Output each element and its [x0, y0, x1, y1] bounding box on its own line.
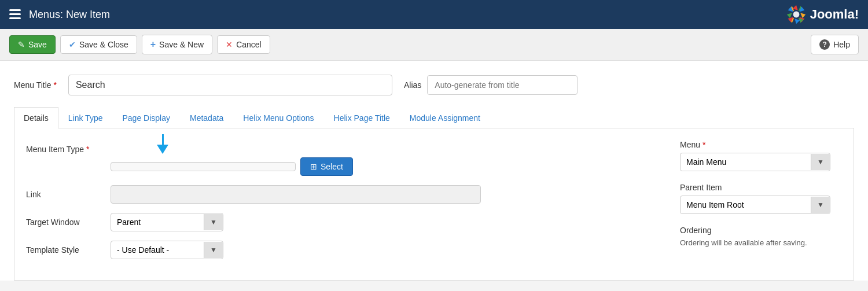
- tab-metadata[interactable]: Metadata: [180, 107, 233, 128]
- menu-title-row: Menu Title * Alias: [14, 75, 854, 95]
- menu-right-label: Menu *: [680, 140, 842, 149]
- joomla-logo: Joomla!: [786, 4, 859, 25]
- tab-bar: Details Link Type Page Display Metadata …: [14, 107, 854, 128]
- ordering-field: Ordering Ordering will be available afte…: [680, 226, 842, 247]
- arrow-head: [157, 145, 168, 154]
- link-row: Link: [26, 185, 657, 204]
- help-label: Help: [833, 40, 850, 49]
- arrow-indicator: [157, 134, 168, 154]
- target-window-select[interactable]: Parent New Window Popup Window Modal: [111, 213, 204, 231]
- save-new-label: Save & New: [159, 40, 204, 49]
- cancel-button[interactable]: Cancel: [217, 35, 270, 54]
- arrow-line: [162, 134, 164, 145]
- template-style-control: - Use Default - Style 1 Style 2 ▼: [111, 241, 657, 259]
- parent-item-field: Parent Item Menu Item Root Home About ▼: [680, 183, 842, 214]
- cancel-icon: [226, 40, 233, 49]
- tab-helix-page-title[interactable]: Helix Page Title: [324, 107, 400, 128]
- hamburger-icon[interactable]: [9, 9, 21, 20]
- alias-input[interactable]: [427, 75, 578, 95]
- parent-item-select[interactable]: Menu Item Root Home About: [681, 196, 811, 213]
- target-window-row: Target Window Parent New Window Popup Wi…: [26, 213, 657, 231]
- save-label: Save: [28, 40, 47, 49]
- menu-select-caret[interactable]: ▼: [811, 154, 830, 170]
- two-column-layout: Menu Item Type * Select: [26, 140, 842, 268]
- link-control: [111, 185, 657, 204]
- menu-title-label: Menu Title *: [14, 80, 57, 90]
- target-window-control: Parent New Window Popup Window Modal ▼: [111, 213, 657, 231]
- tab-page-display[interactable]: Page Display: [112, 107, 180, 128]
- tab-module-assignment[interactable]: Module Assignment: [400, 107, 490, 128]
- save-new-button[interactable]: Save & New: [142, 35, 212, 54]
- select-button[interactable]: Select: [300, 157, 353, 176]
- menu-field: Menu * Main Menu Top Menu Footer Menu ▼: [680, 140, 842, 171]
- toolbar-right: ? Help: [811, 35, 859, 54]
- tab-helix-menu-options[interactable]: Helix Menu Options: [233, 107, 323, 128]
- toolbar-left: Save Save & Close Save & New Cancel: [9, 35, 270, 54]
- link-input: [111, 185, 481, 204]
- tab-content-details: Menu Item Type * Select: [14, 128, 854, 281]
- save-icon: [18, 40, 25, 49]
- page-title: Menus: New Item: [29, 9, 110, 21]
- select-label: Select: [321, 162, 343, 171]
- cancel-label: Cancel: [236, 40, 262, 49]
- menu-select-wrap: Main Menu Top Menu Footer Menu ▼: [680, 153, 830, 171]
- menu-select[interactable]: Main Menu Top Menu Footer Menu: [681, 153, 811, 171]
- save-close-label: Save & Close: [79, 40, 128, 49]
- template-style-label: Template Style: [26, 241, 101, 255]
- target-window-label: Target Window: [26, 213, 101, 227]
- parent-item-select-wrap: Menu Item Root Home About ▼: [680, 196, 830, 214]
- menu-item-type-label: Menu Item Type *: [26, 140, 101, 154]
- menu-item-type-placeholder: [111, 162, 296, 171]
- check-icon: [69, 40, 76, 49]
- parent-item-label: Parent Item: [680, 183, 842, 192]
- target-window-caret[interactable]: ▼: [204, 214, 223, 230]
- target-window-select-wrap: Parent New Window Popup Window Modal ▼: [111, 213, 223, 231]
- link-label: Link: [26, 185, 101, 199]
- save-button[interactable]: Save: [9, 35, 56, 54]
- plus-icon: [150, 39, 156, 50]
- select-icon: [310, 162, 317, 171]
- joomla-icon: [786, 4, 807, 25]
- right-column: Menu * Main Menu Top Menu Footer Menu ▼: [680, 140, 842, 268]
- template-style-select[interactable]: - Use Default - Style 1 Style 2: [111, 241, 204, 259]
- tab-details[interactable]: Details: [14, 107, 58, 128]
- save-close-button[interactable]: Save & Close: [60, 35, 137, 54]
- joomla-logo-text: Joomla!: [810, 7, 859, 22]
- template-style-select-wrap: - Use Default - Style 1 Style 2 ▼: [111, 241, 223, 259]
- content-area: Menu Title * Alias Details Link Type Pag…: [0, 61, 868, 281]
- top-nav: Menus: New Item Joomla!: [0, 0, 868, 29]
- menu-title-input[interactable]: [68, 75, 392, 95]
- template-style-caret[interactable]: ▼: [204, 242, 223, 258]
- template-style-row: Template Style - Use Default - Style 1 S…: [26, 241, 657, 259]
- ordering-note: Ordering will be available after saving.: [680, 238, 842, 247]
- nav-left: Menus: New Item: [9, 9, 110, 21]
- tab-link-type[interactable]: Link Type: [58, 107, 113, 128]
- menu-item-type-control: Select: [111, 140, 657, 176]
- help-button[interactable]: ? Help: [811, 35, 859, 54]
- help-icon: ?: [819, 39, 830, 50]
- ordering-label: Ordering: [680, 226, 842, 235]
- parent-item-caret[interactable]: ▼: [811, 197, 830, 213]
- alias-label: Alias: [404, 80, 421, 90]
- required-star: *: [53, 80, 56, 90]
- svg-point-0: [793, 12, 799, 18]
- left-column: Menu Item Type * Select: [26, 140, 657, 268]
- toolbar: Save Save & Close Save & New Cancel ? He…: [0, 29, 868, 61]
- alias-group: Alias: [404, 75, 578, 95]
- menu-item-type-row: Menu Item Type * Select: [26, 140, 657, 176]
